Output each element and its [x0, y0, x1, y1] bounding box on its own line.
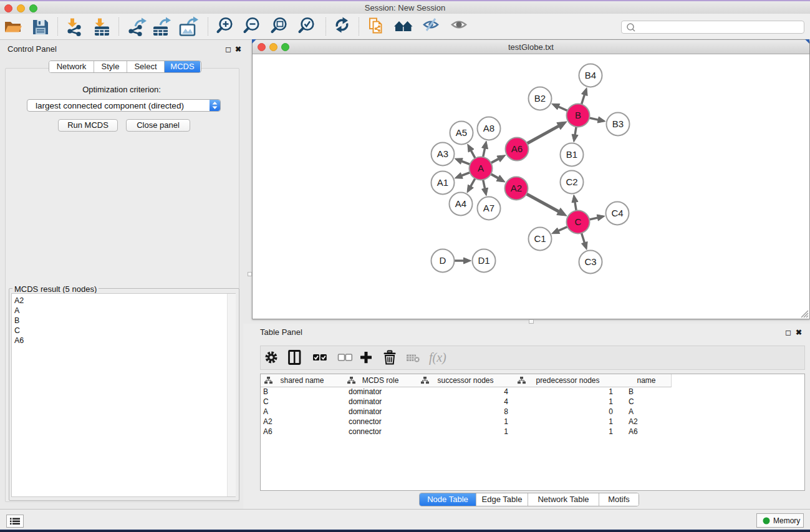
svg-text:B3: B3	[612, 118, 624, 129]
svg-text:D1: D1	[478, 255, 489, 266]
svg-text:A8: A8	[483, 123, 494, 133]
svg-text:f(x): f(x)	[429, 351, 446, 365]
svg-text:A: A	[478, 163, 484, 173]
svg-text:A1: A1	[437, 177, 448, 188]
svg-text:A5: A5	[456, 127, 467, 138]
svg-text:B4: B4	[585, 70, 596, 80]
svg-text:A6: A6	[511, 143, 523, 154]
svg-text:C: C	[575, 216, 582, 227]
svg-text:C2: C2	[566, 177, 577, 187]
svg-text:C4: C4	[611, 208, 623, 218]
svg-text:B2: B2	[534, 93, 546, 104]
svg-text:C3: C3	[584, 256, 596, 267]
svg-text:A4: A4	[455, 198, 466, 209]
svg-text:C1: C1	[534, 233, 546, 244]
svg-text:A7: A7	[483, 203, 494, 213]
svg-text:D: D	[440, 255, 446, 266]
svg-text:A3: A3	[437, 148, 448, 159]
svg-text:B1: B1	[566, 149, 577, 160]
svg-text:A2: A2	[511, 183, 522, 193]
svg-text:B: B	[575, 110, 581, 120]
